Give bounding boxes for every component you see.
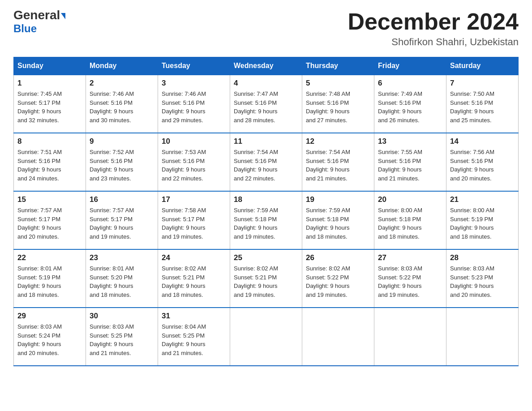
day-info: Sunrise: 8:02 AMSunset: 5:21 PMDaylight:… <box>162 264 226 299</box>
calendar-week-row: 22Sunrise: 8:01 AMSunset: 5:19 PMDayligh… <box>14 249 519 308</box>
day-number: 23 <box>90 253 154 262</box>
calendar-day-cell: 9Sunrise: 7:52 AMSunset: 5:16 PMDaylight… <box>86 133 158 191</box>
day-number: 5 <box>306 79 370 88</box>
day-info: Sunrise: 7:49 AMSunset: 5:16 PMDaylight:… <box>378 90 442 124</box>
day-number: 25 <box>234 253 298 262</box>
day-number: 8 <box>17 137 82 146</box>
calendar-day-cell: 22Sunrise: 8:01 AMSunset: 5:19 PMDayligh… <box>14 249 86 308</box>
col-tuesday: Tuesday <box>158 57 230 75</box>
day-info: Sunrise: 7:53 AMSunset: 5:16 PMDaylight:… <box>162 148 226 183</box>
calendar-day-cell: 31Sunrise: 8:04 AMSunset: 5:25 PMDayligh… <box>158 308 230 366</box>
day-number: 18 <box>234 195 298 204</box>
day-info: Sunrise: 7:55 AMSunset: 5:16 PMDaylight:… <box>378 148 442 183</box>
col-thursday: Thursday <box>302 57 374 75</box>
calendar-day-cell: 27Sunrise: 8:03 AMSunset: 5:22 PMDayligh… <box>374 249 446 308</box>
day-number: 21 <box>450 195 515 204</box>
day-number: 17 <box>162 195 226 204</box>
calendar-header: Sunday Monday Tuesday Wednesday Thursday… <box>14 57 519 75</box>
calendar-day-cell <box>302 308 374 366</box>
day-info: Sunrise: 7:48 AMSunset: 5:16 PMDaylight:… <box>306 90 370 124</box>
day-number: 14 <box>450 137 515 146</box>
logo-blue: Blue <box>13 22 37 35</box>
calendar-week-row: 1Sunrise: 7:45 AMSunset: 5:17 PMDaylight… <box>14 75 519 133</box>
calendar-day-cell: 15Sunrise: 7:57 AMSunset: 5:17 PMDayligh… <box>14 191 86 249</box>
day-number: 9 <box>90 137 154 146</box>
col-sunday: Sunday <box>14 57 86 75</box>
day-info: Sunrise: 8:02 AMSunset: 5:22 PMDaylight:… <box>306 264 370 299</box>
calendar-day-cell: 3Sunrise: 7:46 AMSunset: 5:16 PMDaylight… <box>158 75 230 133</box>
calendar-day-cell: 1Sunrise: 7:45 AMSunset: 5:17 PMDaylight… <box>14 75 86 133</box>
day-info: Sunrise: 7:54 AMSunset: 5:16 PMDaylight:… <box>306 148 370 183</box>
calendar-table: Sunday Monday Tuesday Wednesday Thursday… <box>13 57 519 366</box>
col-wednesday: Wednesday <box>230 57 302 75</box>
day-info: Sunrise: 7:52 AMSunset: 5:16 PMDaylight:… <box>90 148 154 183</box>
day-number: 28 <box>450 253 515 262</box>
day-number: 22 <box>17 253 82 262</box>
calendar-week-row: 29Sunrise: 8:03 AMSunset: 5:24 PMDayligh… <box>14 308 519 366</box>
day-info: Sunrise: 8:04 AMSunset: 5:25 PMDaylight:… <box>162 322 226 357</box>
calendar-day-cell: 6Sunrise: 7:49 AMSunset: 5:16 PMDaylight… <box>374 75 446 133</box>
col-saturday: Saturday <box>446 57 519 75</box>
day-info: Sunrise: 7:51 AMSunset: 5:16 PMDaylight:… <box>17 148 82 183</box>
day-number: 2 <box>90 79 154 88</box>
day-info: Sunrise: 8:00 AMSunset: 5:19 PMDaylight:… <box>450 206 515 241</box>
day-info: Sunrise: 8:03 AMSunset: 5:22 PMDaylight:… <box>378 264 442 299</box>
calendar-day-cell: 16Sunrise: 7:57 AMSunset: 5:17 PMDayligh… <box>86 191 158 249</box>
calendar-day-cell: 30Sunrise: 8:03 AMSunset: 5:25 PMDayligh… <box>86 308 158 366</box>
title-block: December 2024 Shofirkon Shahri, Uzbekist… <box>348 9 519 48</box>
day-info: Sunrise: 8:01 AMSunset: 5:20 PMDaylight:… <box>90 264 154 299</box>
day-info: Sunrise: 7:46 AMSunset: 5:16 PMDaylight:… <box>90 90 154 124</box>
day-number: 31 <box>162 312 226 321</box>
calendar-day-cell: 4Sunrise: 7:47 AMSunset: 5:16 PMDaylight… <box>230 75 302 133</box>
logo-triangle-icon <box>61 13 65 19</box>
day-info: Sunrise: 7:54 AMSunset: 5:16 PMDaylight:… <box>234 148 298 183</box>
col-monday: Monday <box>86 57 158 75</box>
page-header: General Blue December 2024 Shofirkon Sha… <box>13 9 519 48</box>
calendar-day-cell: 7Sunrise: 7:50 AMSunset: 5:16 PMDaylight… <box>446 75 519 133</box>
day-info: Sunrise: 8:00 AMSunset: 5:18 PMDaylight:… <box>378 206 442 241</box>
day-number: 6 <box>378 79 442 88</box>
day-number: 29 <box>17 312 82 321</box>
calendar-day-cell <box>374 308 446 366</box>
day-number: 16 <box>90 195 154 204</box>
month-title: December 2024 <box>348 9 519 34</box>
calendar-day-cell: 17Sunrise: 7:58 AMSunset: 5:17 PMDayligh… <box>158 191 230 249</box>
day-number: 1 <box>17 79 82 88</box>
calendar-day-cell: 19Sunrise: 7:59 AMSunset: 5:18 PMDayligh… <box>302 191 374 249</box>
calendar-day-cell: 13Sunrise: 7:55 AMSunset: 5:16 PMDayligh… <box>374 133 446 191</box>
calendar-day-cell: 20Sunrise: 8:00 AMSunset: 5:18 PMDayligh… <box>374 191 446 249</box>
day-info: Sunrise: 7:59 AMSunset: 5:18 PMDaylight:… <box>234 206 298 241</box>
day-info: Sunrise: 7:47 AMSunset: 5:16 PMDaylight:… <box>234 90 298 124</box>
calendar-day-cell <box>446 308 519 366</box>
day-info: Sunrise: 7:45 AMSunset: 5:17 PMDaylight:… <box>17 90 82 124</box>
day-number: 12 <box>306 137 370 146</box>
day-number: 15 <box>17 195 82 204</box>
logo-general: General <box>13 9 65 21</box>
day-number: 19 <box>306 195 370 204</box>
calendar-day-cell: 5Sunrise: 7:48 AMSunset: 5:16 PMDaylight… <box>302 75 374 133</box>
calendar-day-cell: 24Sunrise: 8:02 AMSunset: 5:21 PMDayligh… <box>158 249 230 308</box>
location-subtitle: Shofirkon Shahri, Uzbekistan <box>348 36 519 48</box>
day-info: Sunrise: 7:58 AMSunset: 5:17 PMDaylight:… <box>162 206 226 241</box>
day-number: 30 <box>90 312 154 321</box>
day-number: 7 <box>450 79 515 88</box>
calendar-day-cell: 11Sunrise: 7:54 AMSunset: 5:16 PMDayligh… <box>230 133 302 191</box>
day-info: Sunrise: 7:59 AMSunset: 5:18 PMDaylight:… <box>306 206 370 241</box>
calendar-day-cell: 12Sunrise: 7:54 AMSunset: 5:16 PMDayligh… <box>302 133 374 191</box>
day-info: Sunrise: 8:03 AMSunset: 5:25 PMDaylight:… <box>90 322 154 357</box>
day-info: Sunrise: 7:50 AMSunset: 5:16 PMDaylight:… <box>450 90 515 124</box>
day-number: 27 <box>378 253 442 262</box>
day-number: 20 <box>378 195 442 204</box>
calendar-day-cell: 8Sunrise: 7:51 AMSunset: 5:16 PMDaylight… <box>14 133 86 191</box>
weekday-header-row: Sunday Monday Tuesday Wednesday Thursday… <box>14 57 519 75</box>
calendar-day-cell: 29Sunrise: 8:03 AMSunset: 5:24 PMDayligh… <box>14 308 86 366</box>
day-number: 26 <box>306 253 370 262</box>
day-number: 4 <box>234 79 298 88</box>
calendar-day-cell: 2Sunrise: 7:46 AMSunset: 5:16 PMDaylight… <box>86 75 158 133</box>
day-info: Sunrise: 8:03 AMSunset: 5:24 PMDaylight:… <box>17 322 82 357</box>
day-info: Sunrise: 8:01 AMSunset: 5:19 PMDaylight:… <box>17 264 82 299</box>
calendar-day-cell: 14Sunrise: 7:56 AMSunset: 5:16 PMDayligh… <box>446 133 519 191</box>
calendar-day-cell <box>230 308 302 366</box>
day-info: Sunrise: 8:03 AMSunset: 5:23 PMDaylight:… <box>450 264 515 299</box>
calendar-day-cell: 26Sunrise: 8:02 AMSunset: 5:22 PMDayligh… <box>302 249 374 308</box>
